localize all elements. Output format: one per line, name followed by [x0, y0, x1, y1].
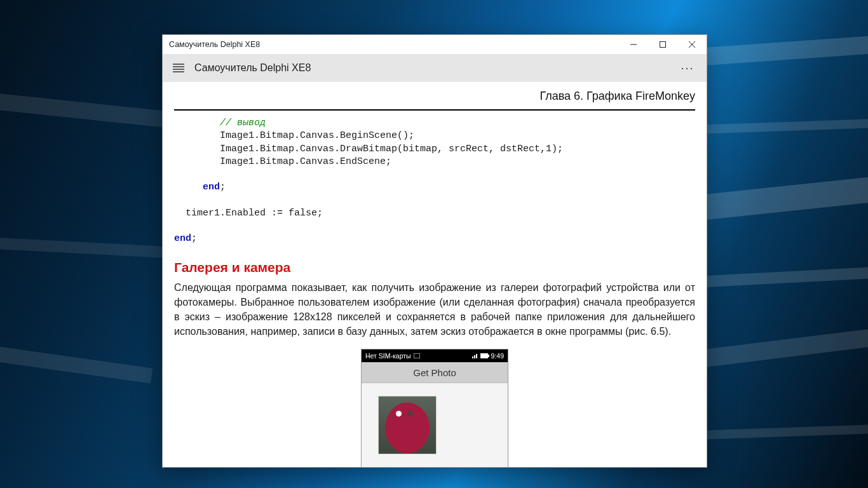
- code-keyword-end: end: [174, 233, 191, 244]
- menu-button[interactable]: [163, 64, 194, 72]
- phone-app-body: [362, 383, 508, 467]
- svg-rect-11: [476, 354, 477, 358]
- close-icon: [689, 41, 695, 48]
- code-keyword-end: end: [203, 182, 220, 193]
- code-line: Image1.Bitmap.Canvas.BeginScene();: [220, 130, 414, 141]
- signal-icon: [472, 353, 478, 358]
- minimize-button[interactable]: [619, 35, 648, 54]
- chapter-divider: [174, 109, 695, 111]
- body-paragraph: Следующая программа показывает, как полу…: [163, 280, 707, 346]
- battery-icon: [480, 353, 489, 358]
- section-heading: Галерея и камера: [163, 248, 707, 280]
- phone-sim-text: Нет SIM-карты: [365, 352, 411, 360]
- code-line: timer1.Enabled := false;: [186, 208, 323, 219]
- app-window: Самоучитель Delphi XE8: [162, 34, 707, 468]
- desktop-wallpaper: Самоучитель Delphi XE8: [0, 0, 868, 488]
- sim-icon: [414, 353, 420, 358]
- code-block: // вывод Image1.Bitmap.Canvas.BeginScene…: [163, 117, 707, 248]
- chapter-heading: Глава 6. Графика FireMonkey: [163, 82, 707, 107]
- more-button[interactable]: ···: [675, 62, 700, 75]
- svg-rect-9: [472, 356, 473, 358]
- svg-rect-10: [474, 355, 475, 358]
- code-line: ;: [191, 233, 197, 244]
- code-line: Image1.Bitmap.Canvas.DrawBitmap(bitmap, …: [220, 144, 563, 154]
- document-page[interactable]: Глава 6. Графика FireMonkey // вывод Ima…: [163, 82, 707, 467]
- maximize-icon: [660, 41, 666, 48]
- phone-time: 9:49: [491, 352, 504, 360]
- maximize-button[interactable]: [648, 35, 677, 54]
- code-comment: // вывод: [220, 118, 266, 128]
- svg-rect-8: [414, 353, 420, 358]
- app-toolbar: Самоучитель Delphi XE8 ···: [163, 54, 707, 82]
- code-line: Image1.Bitmap.Canvas.EndScene;: [220, 156, 391, 167]
- thumbnail-image: [378, 396, 437, 454]
- svg-rect-12: [480, 353, 488, 358]
- phone-app-header: Get Photo: [362, 362, 508, 383]
- menu-icon: [173, 64, 184, 72]
- close-button[interactable]: [677, 35, 707, 54]
- window-title: Самоучитель Delphi XE8: [169, 40, 260, 49]
- code-line: ;: [220, 182, 226, 193]
- window-controls: [619, 35, 707, 54]
- window-titlebar[interactable]: Самоучитель Delphi XE8: [163, 35, 707, 54]
- svg-rect-13: [488, 355, 489, 357]
- svg-rect-1: [660, 42, 666, 48]
- toolbar-title: Самоучитель Delphi XE8: [194, 62, 311, 74]
- minimize-icon: [630, 41, 637, 48]
- phone-status-bar: Нет SIM-карты 9:49: [362, 349, 508, 362]
- figure-phone-screenshot: Нет SIM-карты 9:49: [361, 349, 508, 467]
